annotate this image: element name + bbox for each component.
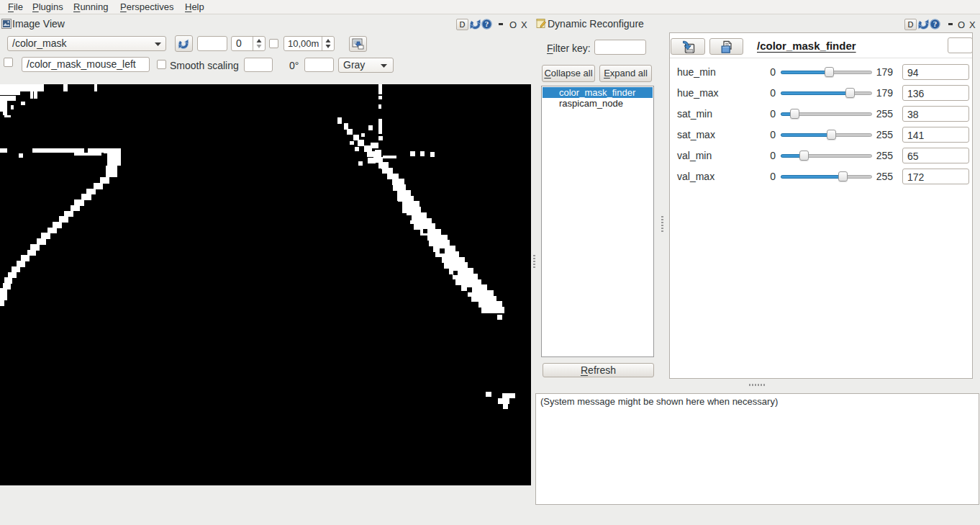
svg-text:?: ? [485, 19, 489, 28]
svg-text:?: ? [933, 19, 938, 28]
